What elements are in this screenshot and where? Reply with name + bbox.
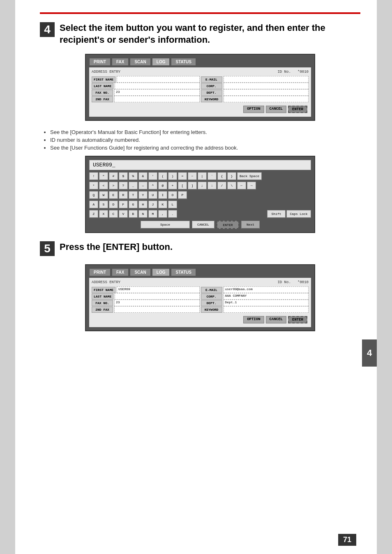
key-lbrace[interactable]: {: [217, 172, 226, 180]
key-caret[interactable]: ^: [148, 182, 157, 190]
key-hash[interactable]: #: [109, 172, 118, 180]
key-colon[interactable]: :: [208, 182, 217, 190]
key-![interactable]: !: [89, 172, 98, 180]
key-x[interactable]: X: [99, 210, 108, 218]
key-space[interactable]: Space: [141, 221, 190, 229]
key-y[interactable]: Y: [138, 191, 148, 199]
input-lastname[interactable]: [115, 83, 199, 89]
key-lparen[interactable]: (: [158, 172, 167, 180]
input-faxno[interactable]: 23: [114, 89, 200, 96]
key-rparen[interactable]: ): [168, 172, 177, 180]
key-o[interactable]: O: [168, 191, 177, 199]
key-backtick[interactable]: `: [208, 172, 217, 180]
key-plus[interactable]: +: [168, 182, 177, 190]
key-r[interactable]: R: [119, 191, 128, 199]
tab-fax[interactable]: FAX: [112, 58, 129, 66]
key-tilde[interactable]: ~: [188, 172, 197, 180]
key-period[interactable]: .: [168, 210, 177, 218]
s2-btn-enter[interactable]: ENTER: [288, 316, 307, 323]
key-u[interactable]: U: [148, 191, 157, 199]
key-left-arrow[interactable]: ←: [237, 182, 246, 190]
tab-print[interactable]: PRINT: [89, 58, 111, 66]
key-l[interactable]: L: [168, 201, 177, 209]
key-right-arrow[interactable]: →: [247, 182, 256, 190]
key-s[interactable]: S: [99, 201, 108, 209]
key-z[interactable]: Z: [89, 210, 98, 218]
key-dollar[interactable]: $: [119, 172, 128, 180]
s2-input-keyword[interactable]: [224, 306, 309, 313]
s2-input-firstname[interactable]: USER09: [117, 286, 199, 293]
btn-option[interactable]: OPTION: [243, 106, 264, 113]
key-v[interactable]: V: [119, 210, 128, 218]
key-k[interactable]: K: [158, 201, 167, 209]
input-dept[interactable]: [224, 89, 309, 96]
key-rbracket[interactable]: ]: [188, 182, 197, 190]
key-t[interactable]: T: [129, 191, 138, 199]
key-g[interactable]: G: [129, 201, 138, 209]
btn-enter[interactable]: ENTER: [288, 106, 307, 113]
key-w[interactable]: W: [99, 191, 108, 199]
label-firstname: FIRST NAME: [92, 76, 115, 83]
key-a[interactable]: A: [89, 201, 98, 209]
input-email[interactable]: [224, 76, 309, 83]
tab-scan[interactable]: SCAN: [130, 58, 150, 66]
key-comma[interactable]: ,: [158, 210, 167, 218]
key-gt[interactable]: >: [109, 182, 118, 190]
key-backspace[interactable]: Back Space: [237, 172, 262, 180]
s2-input-lastname[interactable]: [115, 293, 199, 300]
key-caps-lock[interactable]: Caps Lock: [286, 210, 311, 218]
key-equals[interactable]: =: [178, 172, 187, 180]
s2-input-faxno[interactable]: 23: [114, 300, 200, 306]
key-enter[interactable]: ENTER: [217, 221, 239, 229]
key-quote[interactable]: ": [99, 172, 108, 180]
key-at[interactable]: @: [158, 182, 167, 190]
key-lbracket[interactable]: [: [178, 182, 187, 190]
key-b[interactable]: B: [129, 210, 138, 218]
key-percent[interactable]: %: [129, 172, 138, 180]
s2-btn-option[interactable]: OPTION: [243, 316, 264, 323]
key-d[interactable]: D: [109, 201, 118, 209]
s2-tab-log[interactable]: LOG: [152, 268, 170, 276]
key-n[interactable]: N: [138, 210, 148, 218]
key-next[interactable]: Next: [241, 221, 260, 229]
s2-tab-fax[interactable]: FAX: [112, 268, 129, 276]
input-firstname[interactable]: [117, 76, 199, 83]
btn-cancel[interactable]: CANCEL: [266, 106, 286, 113]
s2-btn-cancel[interactable]: CANCEL: [266, 316, 286, 323]
s2-tab-print[interactable]: PRINT: [89, 268, 111, 276]
key-slash[interactable]: /: [217, 182, 226, 190]
key-lt[interactable]: <: [99, 182, 108, 190]
key-apos[interactable]: ': [148, 172, 157, 180]
s2-tab-scan[interactable]: SCAN: [130, 268, 150, 276]
key-shift[interactable]: Shift: [267, 210, 286, 218]
tab-status[interactable]: STATUS: [171, 58, 196, 66]
key-p[interactable]: P: [178, 191, 187, 199]
s2-input-corp[interactable]: AAA COMPANY: [224, 293, 309, 300]
key-m[interactable]: M: [148, 210, 157, 218]
s2-input-dept[interactable]: Dept.1: [224, 300, 309, 306]
key-amp[interactable]: &: [138, 172, 148, 180]
key-cancel[interactable]: CANCEL: [192, 221, 214, 229]
key-q-letter[interactable]: Q: [89, 191, 98, 199]
key-backslash[interactable]: \: [227, 182, 236, 190]
s2-input-email[interactable]: user09@aaa.com: [224, 286, 309, 293]
key-h[interactable]: H: [138, 201, 148, 209]
input-2ndfax[interactable]: [114, 96, 200, 102]
key-c[interactable]: C: [109, 210, 118, 218]
key-e[interactable]: E: [109, 191, 118, 199]
key-pipe[interactable]: |: [198, 172, 207, 180]
key-semi[interactable]: ;: [198, 182, 207, 190]
key-i[interactable]: I: [158, 191, 167, 199]
input-keyword[interactable]: [224, 96, 309, 102]
key-dash[interactable]: —: [138, 182, 148, 190]
key-f[interactable]: F: [119, 201, 128, 209]
s2-tab-status[interactable]: STATUS: [171, 268, 196, 276]
key-star[interactable]: *: [89, 182, 98, 190]
key-j[interactable]: J: [148, 201, 157, 209]
tab-log[interactable]: LOG: [152, 58, 170, 66]
input-corp[interactable]: [224, 83, 309, 89]
key-rbrace[interactable]: }: [227, 172, 236, 180]
key-q[interactable]: ?: [119, 182, 128, 190]
s2-input-2ndfax[interactable]: [114, 306, 200, 313]
key-underscore[interactable]: _: [129, 182, 138, 190]
